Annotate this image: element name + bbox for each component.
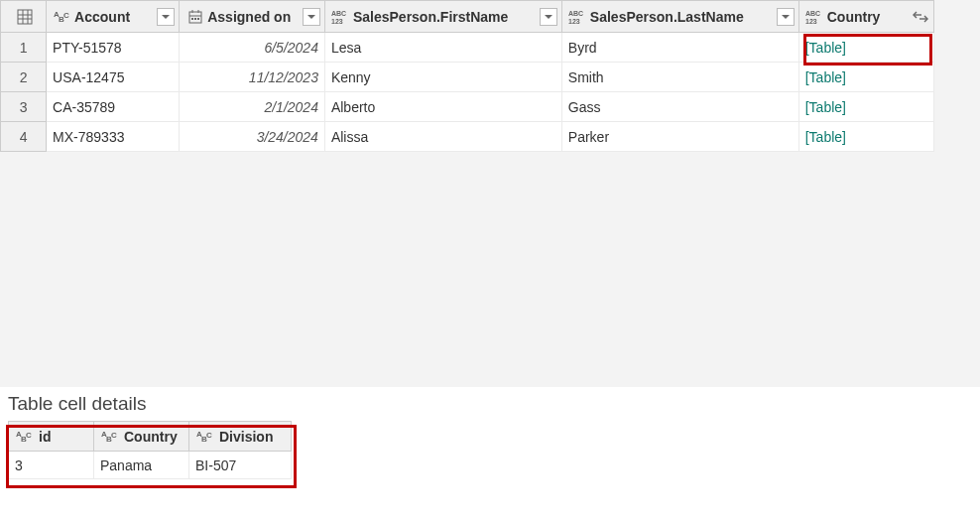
column-label: id [39, 429, 51, 445]
any-type-icon: ABC123 [331, 7, 351, 27]
row-index-cell[interactable]: 3 [1, 92, 47, 122]
column-label: SalesPerson.FirstName [353, 9, 538, 25]
cell-country[interactable]: [Table] [798, 63, 933, 92]
svg-rect-8 [189, 12, 201, 23]
cell-assigned-on[interactable]: 3/24/2024 [180, 122, 325, 152]
main-data-grid: ABC Account Assigned on [0, 0, 934, 152]
cell-country[interactable]: [Table] [798, 33, 933, 63]
column-label: SalesPerson.LastName [590, 9, 775, 25]
svg-rect-13 [194, 18, 196, 20]
any-type-icon: ABC123 [568, 7, 588, 27]
table-link[interactable]: [Table] [805, 129, 846, 145]
row-index-cell[interactable]: 4 [1, 122, 47, 152]
date-type-icon [185, 7, 205, 27]
table-row[interactable]: 4MX-7893333/24/2024AlissaParker[Table] [1, 122, 934, 152]
details-header-division[interactable]: ABC Division [189, 422, 292, 452]
table-icon [15, 7, 35, 27]
filter-button[interactable] [540, 8, 557, 26]
svg-text:ABC: ABC [331, 10, 346, 17]
svg-text:C: C [111, 431, 117, 440]
column-header-firstname[interactable]: ABC123 SalesPerson.FirstName [324, 1, 561, 33]
cell-lastname[interactable]: Byrd [561, 33, 798, 63]
table-row[interactable]: 2USA-1247511/12/2023KennySmith[Table] [1, 63, 934, 92]
expand-column-button[interactable] [912, 8, 929, 26]
filter-button[interactable] [303, 8, 320, 26]
cell-lastname[interactable]: Parker [561, 122, 798, 152]
table-link[interactable]: [Table] [805, 69, 846, 85]
text-type-icon: ABC [100, 427, 120, 447]
cell-assigned-on[interactable]: 2/1/2024 [180, 92, 325, 122]
details-cell-country[interactable]: Panama [94, 452, 189, 479]
svg-text:123: 123 [805, 18, 817, 25]
column-header-account[interactable]: ABC Account [47, 1, 180, 33]
details-header-country[interactable]: ABC Country [94, 422, 189, 452]
column-header-country[interactable]: ABC123 Country [798, 1, 933, 33]
svg-text:123: 123 [331, 18, 343, 25]
column-label: Assigned on [207, 9, 301, 25]
svg-text:C: C [26, 431, 32, 440]
svg-rect-14 [197, 18, 199, 20]
svg-rect-12 [191, 18, 193, 20]
cell-account[interactable]: CA-35789 [47, 92, 180, 122]
column-label: Country [124, 429, 178, 445]
cell-assigned-on[interactable]: 6/5/2024 [180, 33, 325, 63]
table-link[interactable]: [Table] [805, 99, 846, 115]
svg-text:ABC: ABC [805, 10, 820, 17]
any-type-icon: ABC123 [805, 7, 825, 27]
details-row[interactable]: 3 Panama BI-507 [9, 452, 292, 479]
column-label: Division [219, 429, 273, 445]
cell-account[interactable]: USA-12475 [47, 63, 180, 92]
cell-country[interactable]: [Table] [798, 122, 933, 152]
column-header-lastname[interactable]: ABC123 SalesPerson.LastName [561, 1, 798, 33]
details-cell-id[interactable]: 3 [9, 452, 94, 479]
svg-rect-0 [18, 10, 32, 24]
row-index-cell[interactable]: 1 [1, 33, 47, 63]
cell-account[interactable]: PTY-51578 [47, 33, 180, 63]
text-type-icon: ABC [195, 427, 215, 447]
details-cell-division[interactable]: BI-507 [189, 452, 292, 479]
filter-button[interactable] [157, 8, 175, 26]
filter-button[interactable] [777, 8, 795, 26]
details-area: Table cell details ABC id ABC [0, 387, 980, 489]
details-header-id[interactable]: ABC id [9, 422, 94, 452]
cell-firstname[interactable]: Alberto [324, 92, 561, 122]
svg-text:123: 123 [568, 18, 580, 25]
row-index-cell[interactable]: 2 [1, 63, 47, 92]
column-header-assigned-on[interactable]: Assigned on [180, 1, 325, 33]
cell-assigned-on[interactable]: 11/12/2023 [180, 63, 325, 92]
cell-firstname[interactable]: Kenny [324, 63, 561, 92]
text-type-icon: ABC [53, 7, 72, 27]
table-row[interactable]: 1PTY-515786/5/2024LesaByrd[Table] [1, 33, 934, 63]
table-row[interactable]: 3CA-357892/1/2024AlbertoGass[Table] [1, 92, 934, 122]
cell-country[interactable]: [Table] [798, 92, 933, 122]
table-link[interactable]: [Table] [805, 40, 846, 56]
text-type-icon: ABC [15, 427, 35, 447]
svg-text:C: C [206, 431, 212, 440]
svg-text:ABC: ABC [568, 10, 583, 17]
cell-lastname[interactable]: Gass [561, 92, 798, 122]
cell-account[interactable]: MX-789333 [47, 122, 180, 152]
details-section-title: Table cell details [0, 387, 980, 421]
cell-firstname[interactable]: Alissa [324, 122, 561, 152]
cell-firstname[interactable]: Lesa [324, 33, 561, 63]
svg-text:C: C [63, 11, 69, 20]
column-label: Account [74, 9, 155, 25]
column-label: Country [827, 9, 910, 25]
cell-lastname[interactable]: Smith [561, 63, 798, 92]
details-data-grid: ABC id ABC Country [8, 421, 292, 479]
table-corner-cell[interactable] [1, 1, 47, 33]
main-grid-area: ABC Account Assigned on [0, 0, 980, 387]
